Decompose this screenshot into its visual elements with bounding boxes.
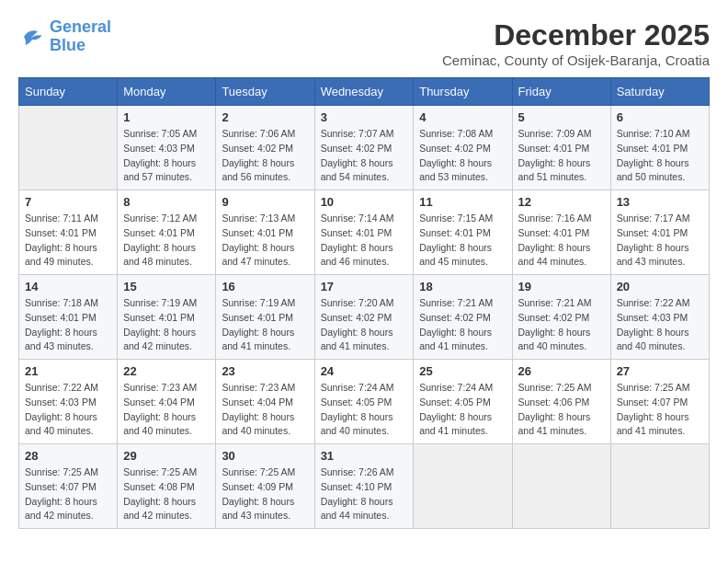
day-number: 5: [518, 110, 605, 124]
day-number: 15: [123, 280, 210, 293]
weekday-header-tuesday: Tuesday: [216, 78, 314, 106]
day-info: Sunrise: 7:25 AM Sunset: 4:07 PM Dayligh…: [25, 465, 111, 523]
day-number: 22: [123, 364, 210, 378]
day-number: 23: [222, 364, 308, 378]
day-number: 25: [419, 364, 506, 378]
month-title: December 2025: [442, 18, 710, 52]
calendar-cell: [512, 444, 610, 529]
calendar-cell: 25Sunrise: 7:24 AM Sunset: 4:05 PM Dayli…: [414, 360, 512, 444]
day-number: 27: [617, 364, 703, 378]
day-info: Sunrise: 7:11 AM Sunset: 4:01 PM Dayligh…: [25, 212, 111, 270]
day-info: Sunrise: 7:25 AM Sunset: 4:09 PM Dayligh…: [222, 465, 308, 523]
day-info: Sunrise: 7:21 AM Sunset: 4:02 PM Dayligh…: [518, 296, 605, 354]
calendar-cell: [610, 444, 709, 529]
calendar-cell: 1Sunrise: 7:05 AM Sunset: 4:03 PM Daylig…: [118, 106, 216, 190]
day-info: Sunrise: 7:06 AM Sunset: 4:02 PM Dayligh…: [222, 127, 308, 185]
calendar-cell: 26Sunrise: 7:25 AM Sunset: 4:06 PM Dayli…: [512, 360, 610, 444]
day-number: 11: [419, 195, 506, 209]
calendar-cell: 31Sunrise: 7:26 AM Sunset: 4:10 PM Dayli…: [314, 444, 414, 529]
day-info: Sunrise: 7:23 AM Sunset: 4:04 PM Dayligh…: [222, 381, 308, 439]
weekday-header-wednesday: Wednesday: [314, 78, 414, 106]
day-info: Sunrise: 7:09 AM Sunset: 4:01 PM Dayligh…: [518, 127, 605, 185]
weekday-header-saturday: Saturday: [610, 78, 709, 106]
day-number: 24: [321, 364, 408, 378]
calendar-cell: 21Sunrise: 7:22 AM Sunset: 4:03 PM Dayli…: [19, 360, 118, 444]
calendar-cell: 28Sunrise: 7:25 AM Sunset: 4:07 PM Dayli…: [19, 444, 118, 529]
weekday-header-sunday: Sunday: [19, 78, 118, 106]
day-info: Sunrise: 7:15 AM Sunset: 4:01 PM Dayligh…: [419, 212, 506, 270]
logo-text: General Blue: [50, 18, 111, 55]
calendar-cell: 2Sunrise: 7:06 AM Sunset: 4:02 PM Daylig…: [216, 106, 314, 190]
day-number: 4: [419, 110, 506, 124]
calendar-cell: 20Sunrise: 7:22 AM Sunset: 4:03 PM Dayli…: [610, 275, 709, 360]
page-header: General Blue December 2025 Ceminac, Coun…: [18, 18, 710, 68]
day-info: Sunrise: 7:26 AM Sunset: 4:10 PM Dayligh…: [321, 465, 408, 523]
calendar-week-row: 28Sunrise: 7:25 AM Sunset: 4:07 PM Dayli…: [19, 444, 710, 529]
calendar-cell: 30Sunrise: 7:25 AM Sunset: 4:09 PM Dayli…: [216, 444, 314, 529]
weekday-header-monday: Monday: [118, 78, 216, 106]
day-number: 3: [321, 110, 408, 124]
calendar-week-row: 21Sunrise: 7:22 AM Sunset: 4:03 PM Dayli…: [19, 360, 710, 444]
calendar-cell: 8Sunrise: 7:12 AM Sunset: 4:01 PM Daylig…: [118, 190, 216, 275]
day-info: Sunrise: 7:17 AM Sunset: 4:01 PM Dayligh…: [617, 212, 703, 270]
day-number: 28: [25, 449, 111, 463]
calendar-week-row: 14Sunrise: 7:18 AM Sunset: 4:01 PM Dayli…: [19, 275, 710, 360]
location-title: Ceminac, County of Osijek-Baranja, Croat…: [442, 52, 710, 68]
day-number: 20: [617, 280, 703, 293]
day-number: 9: [222, 195, 308, 209]
day-number: 6: [617, 110, 703, 124]
day-info: Sunrise: 7:23 AM Sunset: 4:04 PM Dayligh…: [123, 381, 210, 439]
day-number: 14: [25, 280, 111, 293]
weekday-header-row: SundayMondayTuesdayWednesdayThursdayFrid…: [19, 78, 710, 106]
day-info: Sunrise: 7:18 AM Sunset: 4:01 PM Dayligh…: [25, 296, 111, 354]
day-number: 30: [222, 449, 308, 463]
day-info: Sunrise: 7:24 AM Sunset: 4:05 PM Dayligh…: [419, 381, 506, 439]
day-info: Sunrise: 7:22 AM Sunset: 4:03 PM Dayligh…: [25, 381, 111, 439]
day-number: 12: [518, 195, 605, 209]
calendar-cell: [414, 444, 512, 529]
title-block: December 2025 Ceminac, County of Osijek-…: [442, 18, 710, 68]
day-number: 18: [419, 280, 506, 293]
day-info: Sunrise: 7:25 AM Sunset: 4:06 PM Dayligh…: [518, 381, 605, 439]
day-info: Sunrise: 7:19 AM Sunset: 4:01 PM Dayligh…: [123, 296, 210, 354]
weekday-header-friday: Friday: [512, 78, 610, 106]
day-info: Sunrise: 7:14 AM Sunset: 4:01 PM Dayligh…: [321, 212, 408, 270]
day-info: Sunrise: 7:05 AM Sunset: 4:03 PM Dayligh…: [123, 127, 210, 185]
day-number: 17: [321, 280, 408, 293]
calendar-cell: 4Sunrise: 7:08 AM Sunset: 4:02 PM Daylig…: [414, 106, 512, 190]
day-number: 21: [25, 364, 111, 378]
day-info: Sunrise: 7:24 AM Sunset: 4:05 PM Dayligh…: [321, 381, 408, 439]
day-number: 10: [321, 195, 408, 209]
calendar-week-row: 1Sunrise: 7:05 AM Sunset: 4:03 PM Daylig…: [19, 106, 710, 190]
calendar-cell: 24Sunrise: 7:24 AM Sunset: 4:05 PM Dayli…: [314, 360, 414, 444]
day-info: Sunrise: 7:21 AM Sunset: 4:02 PM Dayligh…: [419, 296, 506, 354]
day-number: 1: [123, 110, 210, 124]
day-number: 31: [321, 449, 408, 463]
calendar-cell: [19, 106, 118, 190]
day-number: 7: [25, 195, 111, 209]
calendar-cell: 6Sunrise: 7:10 AM Sunset: 4:01 PM Daylig…: [610, 106, 709, 190]
calendar-cell: 27Sunrise: 7:25 AM Sunset: 4:07 PM Dayli…: [610, 360, 709, 444]
calendar-cell: 14Sunrise: 7:18 AM Sunset: 4:01 PM Dayli…: [19, 275, 118, 360]
day-info: Sunrise: 7:25 AM Sunset: 4:08 PM Dayligh…: [123, 465, 210, 523]
day-info: Sunrise: 7:16 AM Sunset: 4:01 PM Dayligh…: [518, 212, 605, 270]
calendar-cell: 13Sunrise: 7:17 AM Sunset: 4:01 PM Dayli…: [610, 190, 709, 275]
calendar-cell: 23Sunrise: 7:23 AM Sunset: 4:04 PM Dayli…: [216, 360, 314, 444]
day-info: Sunrise: 7:25 AM Sunset: 4:07 PM Dayligh…: [617, 381, 703, 439]
day-number: 8: [123, 195, 210, 209]
logo-icon: [18, 23, 46, 51]
weekday-header-thursday: Thursday: [414, 78, 512, 106]
calendar-table: SundayMondayTuesdayWednesdayThursdayFrid…: [18, 77, 710, 529]
calendar-cell: 16Sunrise: 7:19 AM Sunset: 4:01 PM Dayli…: [216, 275, 314, 360]
day-info: Sunrise: 7:08 AM Sunset: 4:02 PM Dayligh…: [419, 127, 506, 185]
calendar-cell: 7Sunrise: 7:11 AM Sunset: 4:01 PM Daylig…: [19, 190, 118, 275]
calendar-cell: 22Sunrise: 7:23 AM Sunset: 4:04 PM Dayli…: [118, 360, 216, 444]
day-number: 26: [518, 364, 605, 378]
calendar-week-row: 7Sunrise: 7:11 AM Sunset: 4:01 PM Daylig…: [19, 190, 710, 275]
calendar-cell: 18Sunrise: 7:21 AM Sunset: 4:02 PM Dayli…: [414, 275, 512, 360]
calendar-cell: 17Sunrise: 7:20 AM Sunset: 4:02 PM Dayli…: [314, 275, 414, 360]
day-info: Sunrise: 7:12 AM Sunset: 4:01 PM Dayligh…: [123, 212, 210, 270]
day-info: Sunrise: 7:07 AM Sunset: 4:02 PM Dayligh…: [321, 127, 408, 185]
day-number: 19: [518, 280, 605, 293]
day-number: 16: [222, 280, 308, 293]
